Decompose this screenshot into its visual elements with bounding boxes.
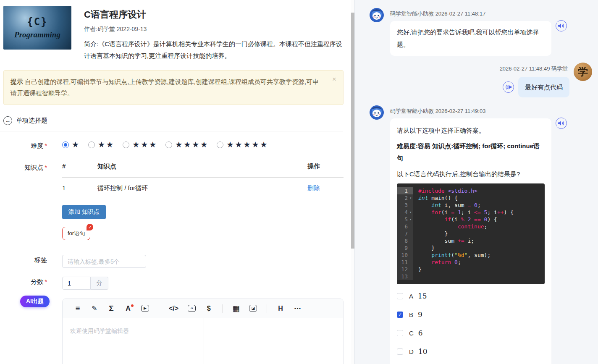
section-divider	[0, 131, 343, 131]
option-letter: D	[409, 346, 414, 358]
course-question-panel: {C} Programming C语言程序设计 作者:码学堂 2022-09-1…	[0, 0, 351, 364]
code-block-icon[interactable]: ‹›	[188, 305, 196, 312]
tag-label: for语句	[68, 230, 85, 237]
assistant-avatar	[369, 8, 384, 23]
line-number: 3	[397, 202, 413, 209]
editor-toolbar: ≡✎ΣA▶</>‹›$▦◪H⋯	[63, 299, 343, 318]
question-meta: 难易度:容易 知识点:循环控制; for循环; continue语句	[397, 140, 545, 165]
question-type-title: 单项选择题	[16, 117, 47, 125]
sender-name: 码学堂	[551, 65, 568, 72]
col-action: 操作	[307, 162, 344, 170]
formula-sigma-icon[interactable]: Σ	[108, 304, 115, 312]
user-bubble: 最好有点代码	[518, 77, 569, 97]
answer-option-C: C6	[397, 326, 545, 340]
left-scrollbar-thumb[interactable]	[351, 13, 354, 249]
radio-icon[interactable]	[88, 141, 95, 148]
inline-code-icon[interactable]: </>	[169, 305, 178, 312]
course-title: C语言程序设计	[84, 8, 346, 21]
star-icons: ★	[72, 141, 80, 149]
message-header: 码学堂智能小助教 2026-02-27 11:48:17	[390, 10, 551, 18]
knowledge-table-row: 1循环控制 / for循环删除	[62, 178, 344, 199]
tags-input[interactable]	[62, 255, 146, 268]
line-number: 5▾	[397, 216, 413, 223]
add-knowledge-button[interactable]: 添加 知识点	[62, 205, 106, 219]
message-header: 码学堂智能小助教 2026-02-27 11:49:03	[390, 107, 551, 115]
score-row: 分数* 分	[0, 277, 351, 290]
more-icon[interactable]: ⋯	[294, 305, 301, 312]
question-text: 以下C语言代码执行后,控制台输出的结果是?	[397, 168, 545, 180]
font-color-icon[interactable]: A	[124, 305, 132, 312]
radio-icon[interactable]	[217, 141, 223, 148]
option-value: 10	[418, 345, 428, 359]
required-asterisk: *	[45, 278, 47, 285]
app-root: {C} Programming C语言程序设计 作者:码学堂 2022-09-1…	[0, 0, 598, 364]
option-value: 6	[418, 326, 423, 340]
close-icon[interactable]: ×	[332, 76, 336, 83]
knowledge-label: 知识点*	[0, 162, 47, 172]
line-number: 13	[397, 273, 413, 280]
knowledge-table-body: 1循环控制 / for循环删除	[62, 178, 344, 199]
pencil-icon[interactable]: ✎	[91, 305, 98, 312]
paragraph-format-icon[interactable]: ≡	[74, 304, 81, 312]
code-block: 1#include <stdio.h>2▾int main() {3 int i…	[397, 183, 545, 284]
editor-body[interactable]: 欢迎使用码学堂编辑器	[63, 318, 343, 364]
course-header: {C} Programming C语言程序设计 作者:码学堂 2022-09-1…	[0, 0, 351, 62]
score-input[interactable]	[62, 277, 91, 290]
chat-panel: 码学堂智能小助教 2026-02-27 11:48:17 您好,请把您的要求告诉…	[354, 0, 598, 364]
answer-options: A15✓B9C6D10	[397, 289, 545, 359]
knowledge-tag-chip[interactable]: for语句 ✓	[62, 227, 90, 240]
table-icon[interactable]: ▦	[232, 304, 240, 312]
speaker-icon[interactable]	[503, 81, 514, 93]
assistant-bubble: 您好,请把您的要求告诉我吧,我可以帮您出单项选择题。	[390, 21, 551, 56]
check-badge-icon: ✓	[87, 224, 93, 230]
question-section-head: ← 单项选择题	[3, 116, 351, 125]
message-time: 2026-02-27 11:49:03	[435, 108, 486, 114]
toolbar-divider	[222, 304, 223, 313]
ai-question-button[interactable]: AI出题	[20, 296, 50, 307]
left-scrollbar-track[interactable]	[351, 0, 354, 364]
line-number: 4▾	[397, 209, 413, 216]
speaker-icon[interactable]	[556, 118, 567, 129]
radio-icon[interactable]	[123, 141, 129, 148]
line-number: 1	[397, 187, 413, 194]
answer-option-B: ✓B9	[397, 308, 545, 322]
thumbnail-c-text: {C}	[27, 16, 47, 28]
difficulty-option-2[interactable]: ★★	[88, 141, 115, 149]
tags-label: 标签	[0, 255, 47, 264]
radio-icon[interactable]	[165, 141, 172, 148]
speaker-icon[interactable]	[556, 20, 567, 31]
assistant-avatar	[369, 105, 384, 120]
difficulty-option-3[interactable]: ★★★	[123, 141, 157, 149]
notice-banner: 提示 自己创建的课程,可编辑章节与知识点,上传教学资源,建设题库,创建课程组,课…	[3, 70, 344, 105]
rich-text-editor: ≡✎ΣA▶</>‹›$▦◪H⋯ 欢迎使用码学堂编辑器	[62, 299, 344, 364]
knowledge-content: # 知识点 操作 1循环控制 / for循环删除 添加 知识点 for语句 ✓	[62, 162, 344, 240]
toolbar-divider	[159, 304, 159, 313]
line-number: 6	[397, 223, 413, 230]
line-number: 9	[397, 244, 413, 251]
difficulty-options: ★★★★★★★★★★★★★★★	[62, 141, 344, 150]
checkbox-icon[interactable]	[397, 330, 403, 336]
delete-link[interactable]: 删除	[307, 184, 320, 191]
checkbox-icon[interactable]	[397, 348, 403, 355]
sender-name: 码学堂智能小助教	[390, 10, 434, 17]
score-input-group: 分	[62, 277, 108, 290]
message-time: 2026-02-27 11:48:49	[500, 65, 550, 72]
radio-icon[interactable]	[62, 141, 69, 148]
back-button[interactable]: ←	[3, 116, 12, 125]
checkbox-icon[interactable]	[397, 293, 403, 299]
line-number: 12	[397, 266, 413, 273]
image-icon[interactable]: ◪	[249, 305, 257, 312]
difficulty-option-4[interactable]: ★★★★	[165, 141, 209, 149]
user-avatar: 学	[574, 63, 592, 81]
video-icon[interactable]: ▶	[141, 305, 149, 312]
description-row: 描述* ≡✎ΣA▶</>‹›$▦◪H⋯ 欢迎使用码学堂编辑器	[0, 299, 351, 364]
heading-icon[interactable]: H	[277, 305, 284, 312]
message-header: 2026-02-27 11:48:49 码学堂	[500, 65, 568, 73]
difficulty-option-1[interactable]: ★	[62, 141, 80, 149]
difficulty-option-5[interactable]: ★★★★★	[217, 141, 268, 149]
chat-message-user: 2026-02-27 11:48:49 码学堂 最好有点代码	[355, 63, 592, 97]
math-dollar-icon[interactable]: $	[205, 305, 212, 312]
checkbox-icon[interactable]: ✓	[397, 312, 403, 318]
option-letter: A	[409, 290, 413, 302]
line-number: 11	[397, 259, 413, 266]
